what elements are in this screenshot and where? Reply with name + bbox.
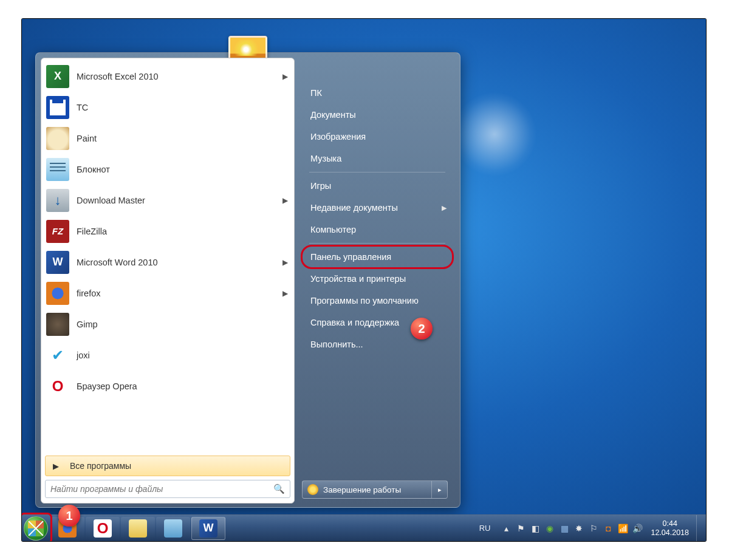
program-label: Microsoft Excel 2010 [77, 72, 282, 81]
tray-icon-3[interactable]: ▦ [559, 523, 570, 534]
desktop-glow [452, 92, 537, 189]
right-item-label: Недавние документы [310, 203, 398, 213]
program-item[interactable]: Gimp [43, 309, 293, 340]
program-label: TC [77, 103, 288, 112]
app-icon [46, 189, 69, 212]
callout-1: 1 [58, 505, 80, 527]
app-icon [46, 96, 69, 119]
app-icon [46, 344, 69, 367]
program-item[interactable]: joxi [43, 340, 293, 370]
program-item[interactable]: FileZilla [43, 216, 293, 247]
submenu-arrow-icon: ▶ [282, 258, 288, 267]
right-item-label: Компьютер [310, 225, 356, 234]
program-label: Microsoft Word 2010 [77, 258, 282, 267]
right-pane-item[interactable]: ПК [302, 82, 453, 104]
app-icon [46, 65, 69, 88]
program-label: Download Master [77, 196, 282, 205]
taskbar-photo[interactable] [156, 517, 190, 540]
submenu-arrow-icon: ▶ [282, 72, 288, 81]
program-item[interactable]: Microsoft Word 2010▶ [43, 247, 293, 278]
desktop: Microsoft Excel 2010▶TCPaintБлокнотDownl… [22, 19, 706, 541]
app-icon [46, 251, 69, 274]
action-center-icon[interactable]: ⚑ [515, 523, 526, 534]
program-item[interactable]: firefox▶ [43, 278, 293, 309]
program-item[interactable]: TC [43, 92, 293, 123]
app-icon [46, 158, 69, 181]
program-item[interactable]: Браузер Opera [43, 370, 293, 401]
windows-logo-icon [24, 516, 48, 541]
program-label: Блокнот [77, 165, 288, 174]
right-item-label: Программы по умолчанию [310, 296, 419, 306]
tray-up-icon[interactable]: ▴ [501, 523, 512, 534]
word-icon [199, 519, 217, 538]
photo-icon [164, 519, 182, 538]
all-programs-label: Все программы [70, 461, 131, 471]
right-item-label: Устройства и принтеры [310, 274, 406, 284]
separator [309, 243, 445, 244]
right-pane-item[interactable]: Недавние документы▶ [302, 197, 453, 219]
search-box[interactable]: 🔍 [45, 480, 290, 498]
program-label: Paint [77, 134, 288, 143]
right-item-label: Панель управления [310, 252, 391, 262]
right-pane-item[interactable]: Документы [302, 104, 453, 126]
app-icon [46, 375, 69, 398]
all-programs-button[interactable]: ▶ Все программы [45, 456, 290, 476]
system-tray: RU ▴ ⚑ ◧ ◉ ▦ ✸ ⚐ ◘ 📶 🔊 0:44 12.04.2018 [476, 515, 706, 541]
submenu-arrow-icon: ▶ [282, 196, 288, 205]
tray-icon-2[interactable]: ◉ [544, 523, 555, 534]
tray-icon-4[interactable]: ✸ [573, 523, 584, 534]
pinned-programs-list: Microsoft Excel 2010▶TCPaintБлокнотDownl… [41, 58, 294, 453]
clock[interactable]: 0:44 12.04.2018 [651, 519, 689, 538]
right-pane-item[interactable]: Изображения [302, 126, 453, 148]
right-pane-item[interactable]: Программы по умолчанию [302, 290, 453, 312]
right-item-label: Игры [310, 181, 331, 191]
taskbar-opera[interactable] [86, 517, 120, 540]
program-item[interactable]: Download Master▶ [43, 185, 293, 216]
start-menu: Microsoft Excel 2010▶TCPaintБлокнотDownl… [35, 52, 460, 508]
clock-date: 12.04.2018 [651, 528, 689, 538]
right-item-label: Выполнить... [310, 340, 363, 349]
app-icon [46, 220, 69, 243]
right-pane-item[interactable]: Компьютер [302, 219, 453, 241]
search-input[interactable] [50, 484, 273, 494]
right-pane-item[interactable]: Выполнить... [302, 333, 453, 355]
right-item-label: Справка и поддержка [310, 318, 399, 327]
arrow-right-icon: ▶ [53, 462, 59, 471]
start-button[interactable] [22, 515, 50, 542]
program-item[interactable]: Paint [43, 123, 293, 154]
right-item-label: Изображения [310, 132, 366, 142]
right-pane-item[interactable]: Панель управления [302, 246, 453, 268]
program-label: Браузер Opera [77, 381, 288, 391]
shutdown-button[interactable]: Завершение работы ▸ [302, 480, 448, 499]
app-icon [46, 282, 69, 305]
callout-2: 2 [411, 318, 433, 340]
volume-icon[interactable]: 🔊 [632, 523, 643, 534]
language-indicator[interactable]: RU [479, 524, 491, 533]
shutdown-options-arrow[interactable]: ▸ [431, 481, 447, 498]
shield-icon [307, 484, 318, 495]
right-pane-item[interactable]: Музыка [302, 148, 453, 169]
tray-icon-6[interactable]: ◘ [603, 523, 614, 534]
right-item-label: ПК [310, 88, 322, 98]
program-label: joxi [77, 350, 288, 360]
program-label: Gimp [77, 319, 288, 329]
right-item-label: Музыка [310, 154, 341, 163]
program-label: firefox [77, 289, 282, 298]
show-desktop-button[interactable] [696, 515, 702, 542]
tray-icon-1[interactable]: ◧ [530, 523, 541, 534]
right-pane-item[interactable]: Устройства и принтеры [302, 268, 453, 290]
network-icon[interactable]: 📶 [617, 523, 628, 534]
taskbar-explorer[interactable] [121, 517, 155, 540]
clock-time: 0:44 [651, 519, 689, 528]
start-menu-right-pane: ПКДокументыИзображенияМузыкаИгрыНедавние… [302, 82, 453, 355]
submenu-arrow-icon: ▶ [282, 289, 288, 298]
tray-icon-5[interactable]: ⚐ [588, 523, 599, 534]
shutdown-label: Завершение работы [323, 485, 431, 494]
program-item[interactable]: Microsoft Excel 2010▶ [43, 61, 293, 92]
search-icon: 🔍 [273, 483, 285, 494]
right-pane-item[interactable]: Игры [302, 175, 453, 197]
taskbar-word[interactable] [191, 517, 225, 540]
program-item[interactable]: Блокнот [43, 154, 293, 185]
app-icon [46, 313, 69, 336]
submenu-arrow-icon: ▶ [442, 204, 447, 212]
